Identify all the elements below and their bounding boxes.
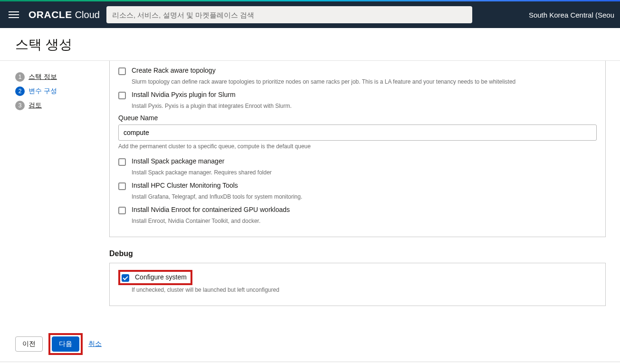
menu-icon[interactable] bbox=[6, 9, 22, 21]
wizard-steps: 1 스택 정보 2 변수 구성 3 검토 bbox=[0, 61, 109, 326]
region-selector[interactable]: South Korea Central (Seou bbox=[529, 11, 614, 19]
step-number: 2 bbox=[15, 86, 25, 96]
checkbox-configure-system[interactable] bbox=[122, 274, 129, 282]
main-content: Create Rack aware topology Slurm topolog… bbox=[109, 61, 620, 326]
logo-product: Cloud bbox=[75, 10, 100, 20]
highlight-configure-system: Configure system bbox=[118, 270, 192, 285]
checkbox-spack[interactable] bbox=[118, 158, 126, 166]
debug-panel: Configure system If unchecked, cluster w… bbox=[109, 263, 606, 306]
input-queue-name[interactable] bbox=[118, 125, 597, 141]
step-label: 검토 bbox=[29, 101, 42, 110]
step-review[interactable]: 3 검토 bbox=[15, 101, 102, 110]
desc-enroot: Install Enroot, Nvidia Container Toolkit… bbox=[132, 218, 597, 224]
highlight-next-button: 다음 bbox=[48, 333, 83, 355]
step-number: 1 bbox=[15, 72, 25, 82]
label-pyxis: Install Nvidia Pyxis plugin for Slurm bbox=[132, 91, 236, 98]
prev-button[interactable]: 이전 bbox=[15, 336, 43, 352]
help-queue-name: Add the permanent cluster to a specific … bbox=[118, 143, 597, 150]
label-monitoring: Install HPC Cluster Monitoring Tools bbox=[132, 182, 238, 189]
topbar: ORACLE Cloud South Korea Central (Seou bbox=[0, 1, 620, 28]
cancel-link[interactable]: 취소 bbox=[88, 340, 102, 348]
step-label: 스택 정보 bbox=[29, 73, 57, 81]
wizard-buttons: 이전 다음 취소 bbox=[0, 326, 620, 362]
checkbox-enroot[interactable] bbox=[118, 207, 126, 214]
logo-brand: ORACLE bbox=[29, 9, 72, 20]
next-button[interactable]: 다음 bbox=[52, 336, 79, 352]
desc-configure-system: If unchecked, cluster will be launched b… bbox=[132, 287, 597, 293]
checkbox-monitoring[interactable] bbox=[118, 182, 126, 190]
config-panel: Create Rack aware topology Slurm topolog… bbox=[109, 61, 606, 237]
desc-spack: Install Spack package manager. Requires … bbox=[132, 169, 597, 176]
desc-pyxis: Install Pyxis. Pyxis is a plugin that in… bbox=[132, 103, 597, 109]
page-footer: 이용약관 및 개인정보 보호정책 쿠키 환경설정 Copyrig bbox=[0, 362, 620, 364]
logo[interactable]: ORACLE Cloud bbox=[29, 9, 100, 20]
page-title: 스택 생성 bbox=[0, 28, 620, 61]
desc-rack-topology: Slurm topology can define rack aware top… bbox=[132, 78, 597, 85]
desc-monitoring: Install Grafana, Telegrapf, and InfluxDB… bbox=[132, 193, 597, 200]
section-debug-title: Debug bbox=[109, 249, 606, 258]
checkbox-rack-topology[interactable] bbox=[118, 67, 126, 75]
search-wrap bbox=[106, 6, 472, 23]
label-spack: Install Spack package manager bbox=[132, 157, 224, 165]
label-rack-topology: Create Rack aware topology bbox=[132, 67, 216, 74]
checkbox-pyxis[interactable] bbox=[118, 92, 126, 99]
label-enroot: Install Nvidia Enroot for containerized … bbox=[132, 206, 290, 213]
label-queue-name: Queue Name bbox=[118, 114, 597, 122]
step-stack-info[interactable]: 1 스택 정보 bbox=[15, 72, 102, 82]
search-input[interactable] bbox=[106, 6, 472, 23]
step-configure-variables[interactable]: 2 변수 구성 bbox=[15, 86, 102, 96]
step-label: 변수 구성 bbox=[29, 87, 57, 96]
label-configure-system: Configure system bbox=[135, 273, 187, 281]
step-number: 3 bbox=[15, 101, 25, 110]
